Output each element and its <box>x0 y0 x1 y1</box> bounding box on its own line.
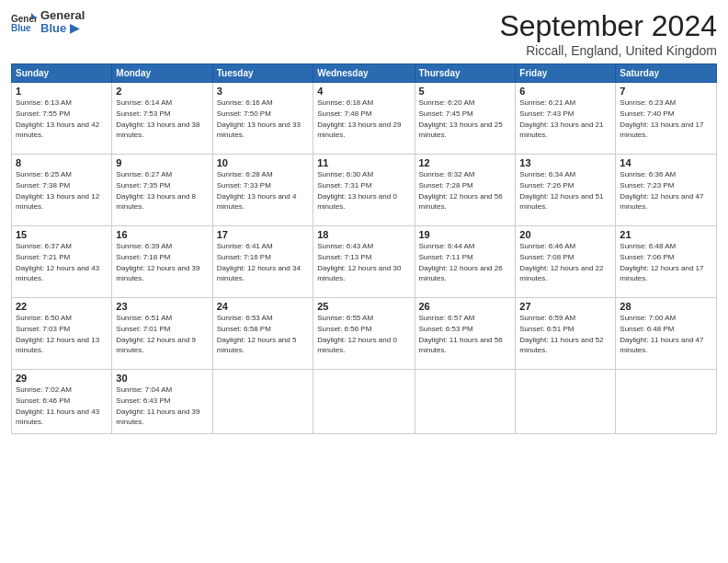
svg-text:Blue: Blue <box>11 23 31 33</box>
day-18: 18Sunrise: 6:43 AMSunset: 7:13 PMDayligh… <box>313 226 415 298</box>
calendar-week-3: 15Sunrise: 6:37 AMSunset: 7:21 PMDayligh… <box>12 226 717 298</box>
col-thursday: Thursday <box>415 64 516 83</box>
calendar-week-4: 22Sunrise: 6:50 AMSunset: 7:03 PMDayligh… <box>12 298 717 370</box>
day-4: 4Sunrise: 6:18 AMSunset: 7:48 PMDaylight… <box>313 83 415 155</box>
day-7: 7Sunrise: 6:23 AMSunset: 7:40 PMDaylight… <box>616 83 717 155</box>
calendar-week-1: 1Sunrise: 6:13 AMSunset: 7:55 PMDaylight… <box>12 83 717 155</box>
col-monday: Monday <box>112 64 212 83</box>
col-saturday: Saturday <box>616 64 717 83</box>
day-20: 20Sunrise: 6:46 AMSunset: 7:08 PMDayligh… <box>516 226 616 298</box>
day-16: 16Sunrise: 6:39 AMSunset: 7:18 PMDayligh… <box>112 226 212 298</box>
day-15: 15Sunrise: 6:37 AMSunset: 7:21 PMDayligh… <box>12 226 112 298</box>
day-22: 22Sunrise: 6:50 AMSunset: 7:03 PMDayligh… <box>12 298 112 370</box>
day-19: 19Sunrise: 6:44 AMSunset: 7:11 PMDayligh… <box>415 226 516 298</box>
calendar-week-5: 29Sunrise: 7:02 AMSunset: 6:46 PMDayligh… <box>12 370 717 434</box>
day-6: 6Sunrise: 6:21 AMSunset: 7:43 PMDaylight… <box>516 83 616 155</box>
calendar-week-2: 8Sunrise: 6:25 AMSunset: 7:38 PMDaylight… <box>12 155 717 226</box>
calendar-table: Sunday Monday Tuesday Wednesday Thursday… <box>11 63 717 434</box>
col-wednesday: Wednesday <box>313 64 415 83</box>
calendar-header-row: Sunday Monday Tuesday Wednesday Thursday… <box>12 64 717 83</box>
day-8: 8Sunrise: 6:25 AMSunset: 7:38 PMDaylight… <box>12 155 112 226</box>
logo-icon: General Blue <box>11 11 37 33</box>
day-27: 27Sunrise: 6:59 AMSunset: 6:51 PMDayligh… <box>516 298 616 370</box>
location-label: Riccall, England, United Kingdom <box>499 43 717 58</box>
page-header: General Blue General Blue ▶ September 20… <box>11 9 717 58</box>
day-23: 23Sunrise: 6:51 AMSunset: 7:01 PMDayligh… <box>112 298 212 370</box>
day-29: 29Sunrise: 7:02 AMSunset: 6:46 PMDayligh… <box>12 370 112 434</box>
empty-cell <box>415 370 516 434</box>
day-5: 5Sunrise: 6:20 AMSunset: 7:45 PMDaylight… <box>415 83 516 155</box>
empty-cell <box>616 370 717 434</box>
empty-cell <box>516 370 616 434</box>
day-25: 25Sunrise: 6:55 AMSunset: 6:56 PMDayligh… <box>313 298 415 370</box>
col-tuesday: Tuesday <box>212 64 313 83</box>
day-13: 13Sunrise: 6:34 AMSunset: 7:26 PMDayligh… <box>516 155 616 226</box>
day-21: 21Sunrise: 6:48 AMSunset: 7:06 PMDayligh… <box>616 226 717 298</box>
empty-cell <box>313 370 415 434</box>
col-friday: Friday <box>516 64 616 83</box>
day-12: 12Sunrise: 6:32 AMSunset: 7:28 PMDayligh… <box>415 155 516 226</box>
logo-blue: Blue ▶ <box>40 22 79 35</box>
day-3: 3Sunrise: 6:16 AMSunset: 7:50 PMDaylight… <box>212 83 313 155</box>
day-2: 2Sunrise: 6:14 AMSunset: 7:53 PMDaylight… <box>112 83 212 155</box>
title-block: September 2024 Riccall, England, United … <box>499 9 717 58</box>
day-28: 28Sunrise: 7:00 AMSunset: 6:48 PMDayligh… <box>616 298 717 370</box>
day-17: 17Sunrise: 6:41 AMSunset: 7:16 PMDayligh… <box>212 226 313 298</box>
empty-cell <box>212 370 313 434</box>
logo: General Blue General Blue ▶ <box>11 9 85 36</box>
month-title: September 2024 <box>499 9 717 43</box>
day-24: 24Sunrise: 6:53 AMSunset: 6:58 PMDayligh… <box>212 298 313 370</box>
col-sunday: Sunday <box>12 64 112 83</box>
day-1: 1Sunrise: 6:13 AMSunset: 7:55 PMDaylight… <box>12 83 112 155</box>
day-11: 11Sunrise: 6:30 AMSunset: 7:31 PMDayligh… <box>313 155 415 226</box>
day-14: 14Sunrise: 6:36 AMSunset: 7:23 PMDayligh… <box>616 155 717 226</box>
day-10: 10Sunrise: 6:28 AMSunset: 7:33 PMDayligh… <box>212 155 313 226</box>
day-26: 26Sunrise: 6:57 AMSunset: 6:53 PMDayligh… <box>415 298 516 370</box>
day-30: 30Sunrise: 7:04 AMSunset: 6:43 PMDayligh… <box>112 370 212 434</box>
calendar-page: General Blue General Blue ▶ September 20… <box>0 0 728 563</box>
day-9: 9Sunrise: 6:27 AMSunset: 7:35 PMDaylight… <box>112 155 212 226</box>
logo-general: General <box>40 9 85 22</box>
